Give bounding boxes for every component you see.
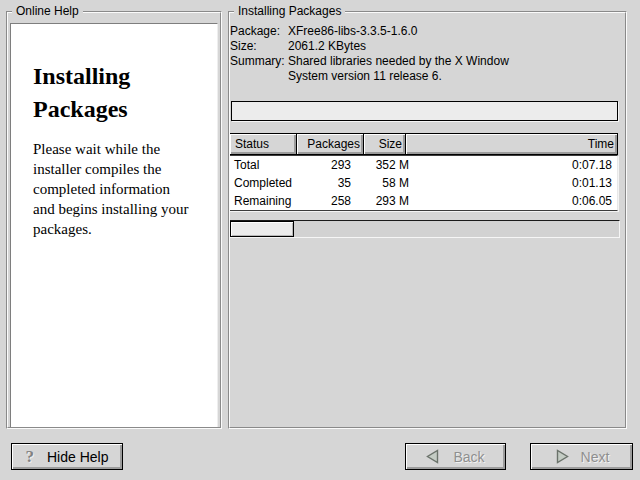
cell-time: 0:01.13: [409, 174, 617, 192]
help-body-line: completed information: [33, 179, 203, 199]
hide-help-button[interactable]: ? Hide Help: [11, 443, 123, 470]
package-value: XFree86-libs-3.3.5-1.6.0: [288, 24, 509, 39]
table-row-remaining: Remaining 258 293 M 0:06.05: [230, 192, 617, 210]
stats-table-header: Status Packages Size Time: [229, 133, 618, 155]
cell-packages: 35: [298, 174, 366, 192]
cell-status: Completed: [230, 174, 298, 192]
total-progress-fill: [230, 221, 294, 237]
next-button-label: Next: [581, 449, 610, 465]
table-row-total: Total 293 352 M 0:07.18: [230, 156, 617, 174]
cell-size: 58 M: [366, 174, 409, 192]
cell-time: 0:06.05: [409, 192, 617, 210]
help-body-line: Please wait while the: [33, 139, 203, 159]
column-header-size[interactable]: Size: [363, 133, 406, 155]
installing-packages-frame-label: Installing Packages: [234, 4, 345, 18]
cell-status: Remaining: [230, 192, 298, 210]
help-body-line: packages.: [33, 219, 203, 239]
help-content: Installing Packages Please wait while th…: [10, 23, 218, 428]
summary-value: Shared libraries needed by the X Window …: [288, 54, 509, 84]
cell-packages: 258: [298, 192, 366, 210]
package-progress-bar: [231, 101, 618, 121]
back-arrow-icon: [426, 449, 441, 464]
install-stats-table: Status Packages Size Time Total 293 352 …: [229, 133, 618, 211]
size-value: 2061.2 KBytes: [288, 39, 509, 54]
cell-size: 293 M: [366, 192, 409, 210]
table-row-completed: Completed 35 58 M 0:01.13: [230, 174, 617, 192]
help-body-text: Please wait while the installer compiles…: [33, 139, 203, 239]
column-header-packages[interactable]: Packages: [296, 133, 364, 155]
hide-help-button-label: Hide Help: [47, 449, 108, 465]
next-arrow-icon: [554, 449, 569, 464]
summary-line: System version 11 release 6.: [288, 69, 509, 84]
cell-size: 352 M: [366, 156, 409, 174]
cell-time: 0:07.18: [409, 156, 617, 174]
online-help-frame-label: Online Help: [12, 4, 83, 18]
help-body-line: and begins installing your: [33, 199, 203, 219]
column-header-status[interactable]: Status: [229, 133, 297, 155]
question-mark-icon: ?: [26, 448, 35, 465]
online-help-panel: Online Help Installing Packages Please w…: [6, 11, 222, 429]
back-button-label: Back: [453, 449, 484, 465]
summary-line: Shared libraries needed by the X Window: [288, 54, 509, 69]
summary-label: Summary:: [230, 54, 288, 84]
back-button[interactable]: Back: [405, 443, 506, 470]
total-progress-bar: [229, 220, 620, 238]
size-label: Size:: [230, 39, 288, 54]
installer-screen: Online Help Installing Packages Please w…: [0, 0, 640, 480]
next-button[interactable]: Next: [530, 443, 633, 470]
installing-packages-panel: Installing Packages Package: XFree86-lib…: [228, 11, 627, 429]
help-title: Installing Packages: [33, 60, 201, 126]
column-header-time[interactable]: Time: [405, 133, 618, 155]
stats-table-body: Total 293 352 M 0:07.18 Completed 35 58 …: [229, 155, 618, 211]
cell-packages: 293: [298, 156, 366, 174]
package-label: Package:: [230, 24, 288, 39]
package-info: Package: XFree86-libs-3.3.5-1.6.0 Size: …: [230, 24, 509, 84]
help-body-line: installer compiles the: [33, 159, 203, 179]
cell-status: Total: [230, 156, 298, 174]
